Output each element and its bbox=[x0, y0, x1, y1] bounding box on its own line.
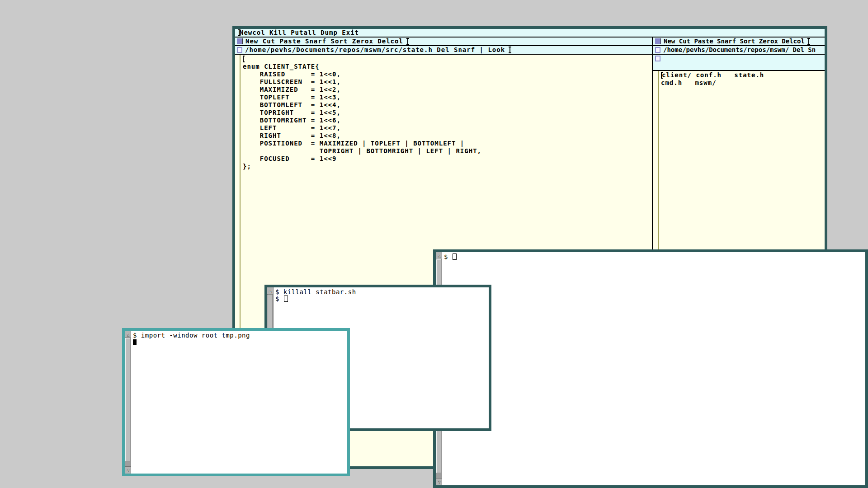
acme-menubar[interactable]: Newcol Kill Putall Dump Exit bbox=[235, 29, 825, 38]
window-tag-mswm-dir[interactable]: /home/pevhs/Documents/repos/mswm/ Del Sn bbox=[653, 46, 825, 55]
window-tag-text[interactable]: /home/pevhs/Documents/repos/mswm/ Del Sn bbox=[663, 46, 816, 54]
acme-menubar-commands[interactable]: Newcol Kill Putall Dump Exit bbox=[240, 29, 359, 37]
text-cursor bbox=[661, 72, 662, 78]
code-line: RIGHT = 1<<8, bbox=[243, 132, 341, 139]
text-cursor bbox=[243, 56, 244, 62]
command-line: $ killall statbar.sh bbox=[275, 289, 487, 296]
code-line: LEFT = 1<<7, bbox=[243, 124, 341, 131]
window-box-icon[interactable] bbox=[655, 56, 660, 61]
scrollbar-thumb[interactable] bbox=[125, 338, 130, 461]
code-line: }; bbox=[243, 163, 251, 170]
code-line: enum CLIENT_STATE{ bbox=[243, 63, 320, 70]
code-line: BOTTOMRIGHT = 1<<6, bbox=[243, 117, 341, 124]
text-cursor bbox=[509, 47, 510, 53]
code-line: TOPRIGHT | BOTTOMRIGHT | LEFT | RIGHT, bbox=[243, 147, 481, 155]
window-tag-src-dir[interactable]: /home/pevhs/Documents/repos/mswm/src/ De… bbox=[653, 55, 825, 71]
scroll-down-icon[interactable]: ▽ bbox=[436, 478, 442, 485]
code-line: TOPRIGHT = 1<<5, bbox=[243, 109, 341, 116]
code-line: BOTTOMLEFT = 1<<4, bbox=[243, 101, 341, 108]
desktop: Newcol Kill Putall Dump Exit New Cut Pas… bbox=[0, 0, 868, 488]
scroll-up-icon[interactable]: △ bbox=[436, 252, 442, 259]
terminal-window-large: △ ▽ $ bbox=[433, 249, 868, 488]
column-tag-commands[interactable]: New Cut Paste Snarf Sort Zerox Delcol bbox=[245, 38, 407, 45]
window-box-icon[interactable] bbox=[655, 47, 660, 53]
scroll-up-icon[interactable]: △ bbox=[267, 287, 273, 295]
terminal-scrollbar[interactable]: △ ▽ bbox=[125, 331, 131, 474]
listing-line: client/ conf.h state.h bbox=[662, 71, 764, 79]
column-tag-left[interactable]: New Cut Paste Snarf Sort Zerox Delcol bbox=[235, 38, 652, 46]
command-line: $ import -window root tmp.png bbox=[133, 332, 345, 339]
scroll-up-icon[interactable]: △ bbox=[125, 331, 131, 338]
shell-prompt: $ bbox=[275, 295, 283, 302]
code-line: TOPLEFT = 1<<3, bbox=[243, 94, 341, 101]
column-box-icon[interactable] bbox=[655, 38, 661, 44]
terminal-window-small: △ ▽ $ import -window root tmp.png bbox=[122, 328, 350, 476]
text-cursor bbox=[407, 38, 408, 44]
text-cursor bbox=[239, 30, 240, 36]
column-box-icon[interactable] bbox=[237, 38, 243, 44]
scroll-down-icon[interactable]: ▽ bbox=[125, 466, 131, 474]
code-line: FULLSCREEN = 1<<1, bbox=[243, 78, 341, 85]
code-line: FOCUSED = 1<<9 bbox=[243, 155, 336, 162]
code-line: POSITIONED = MAXIMIZED | TOPLEFT | BOTTO… bbox=[243, 140, 464, 147]
terminal-text-area[interactable]: $ bbox=[442, 252, 865, 485]
terminal-text-area[interactable]: $ import -window root tmp.png bbox=[131, 331, 347, 474]
column-tag-right[interactable]: New Cut Paste Snarf Sort Zerox Delcol bbox=[653, 38, 825, 46]
text-cursor bbox=[808, 38, 809, 44]
window-tag-text[interactable]: /home/pevhs/Documents/repos/mswm/src/sta… bbox=[245, 46, 509, 54]
scrollbar-trough[interactable] bbox=[125, 338, 131, 466]
code-line: MAXIMIZED = 1<<2, bbox=[243, 86, 341, 93]
terminal-cursor bbox=[133, 339, 137, 345]
terminal-cursor bbox=[453, 253, 457, 260]
listing-line: cmd.h mswm/ bbox=[661, 79, 717, 86]
code-line: RAISED = 1<<0, bbox=[243, 70, 341, 78]
shell-prompt: $ bbox=[444, 253, 452, 260]
window-tag-state-h[interactable]: /home/pevhs/Documents/repos/mswm/src/sta… bbox=[235, 46, 652, 55]
window-box-icon[interactable] bbox=[237, 47, 242, 53]
column-tag-commands[interactable]: New Cut Paste Snarf Sort Zerox Delcol bbox=[664, 38, 808, 45]
terminal-cursor bbox=[284, 296, 288, 302]
